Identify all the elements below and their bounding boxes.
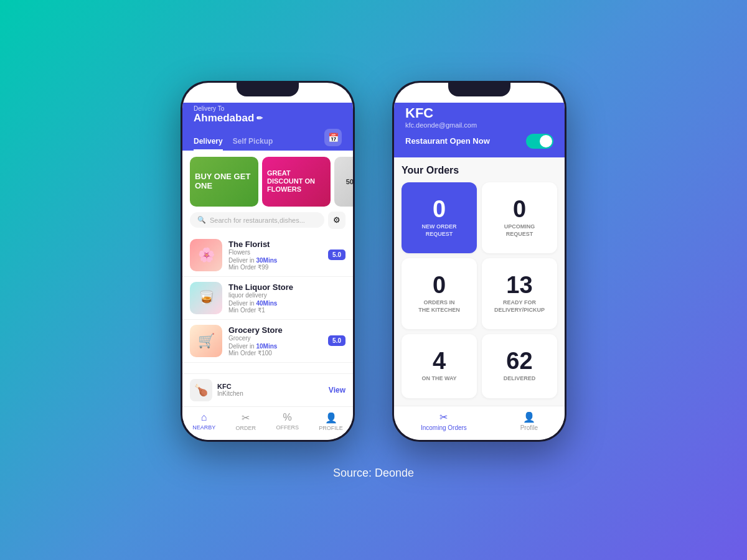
restaurant-item-grocery[interactable]: 🛒 Grocery Store Grocery Deliver in 10Min… xyxy=(182,320,353,363)
order-card-ready[interactable]: 13 READY FORDELIVERY/PICKUP xyxy=(482,258,557,329)
grocery-min: Min Order ₹100 xyxy=(228,350,322,357)
notch-1 xyxy=(237,83,299,96)
status-icons-2: ▾▾ ●●● xyxy=(521,91,553,98)
grocery-rating: 5.0 xyxy=(328,335,345,346)
kfc-name: KFC xyxy=(405,105,553,121)
florist-deliver: Deliver in 30Mins xyxy=(228,257,322,264)
notif-icon: 🍗 xyxy=(190,379,212,401)
liquor-thumb: 🥃 xyxy=(190,282,222,314)
banners-section: BUY ONE GET ONE GREAT DISCOUNT ON FLOWER… xyxy=(182,151,353,207)
order-card-kitchen[interactable]: 0 ORDERS INTHE KITECHEN xyxy=(402,258,477,329)
liquor-min: Min Order ₹1 xyxy=(228,307,345,314)
view-button[interactable]: View xyxy=(329,386,345,394)
delivered-value: 62 xyxy=(506,349,532,373)
open-toggle[interactable] xyxy=(526,134,553,149)
restaurant-list: 🌸 The Florist Flowers Deliver in 30Mins … xyxy=(182,234,353,373)
banner-bogo[interactable]: BUY ONE GET ONE xyxy=(190,157,258,207)
search-row: 🔍 Search for restaurants,dishes... ⚙ xyxy=(182,207,353,234)
restaurant-item-florist[interactable]: 🌸 The Florist Flowers Deliver in 30Mins … xyxy=(182,234,353,277)
customer-bottom-nav: ⌂ NEARBY ✂ ORDER % OFFERS 👤 PROFILE xyxy=(182,406,353,440)
edit-icon[interactable]: ✏ xyxy=(256,114,263,123)
restaurant-item-liquor[interactable]: 🥃 The Liquor Store liquor delivery Deliv… xyxy=(182,277,353,320)
customer-header: Delivery To Ahmedabad ✏ 📅 xyxy=(182,103,353,132)
phone-customer: 5:58 ▾▾ ●●● Delivery To Ahmedabad ✏ 📅 xyxy=(181,81,355,442)
nav-nearby[interactable]: ⌂ NEARBY xyxy=(192,412,215,431)
ready-label: READY FORDELIVERY/PICKUP xyxy=(494,299,545,314)
liquor-info: The Liquor Store liquor delivery Deliver… xyxy=(228,282,345,314)
kitchen-value: 0 xyxy=(433,273,446,297)
florist-thumb: 🌸 xyxy=(190,239,222,271)
bottom-notification[interactable]: 🍗 KFC InKitchen View xyxy=(182,373,353,406)
wifi-icon-2: ▾▾ xyxy=(521,91,527,98)
grocery-name: Grocery Store xyxy=(228,325,322,335)
time-1: 5:58 xyxy=(194,91,207,98)
kfc-nav-profile[interactable]: 👤 Profile xyxy=(520,411,538,431)
order-card-new[interactable]: 0 NEW ORDERREQUEST xyxy=(402,182,477,253)
banner-flowers[interactable]: GREAT DISCOUNT ON FLOWERS xyxy=(262,157,331,207)
kitchen-label: ORDERS INTHE KITECHEN xyxy=(418,299,460,314)
tab-delivery[interactable]: Delivery xyxy=(194,137,223,151)
onway-value: 4 xyxy=(433,349,446,373)
order-card-delivered[interactable]: 62 DELIVERED xyxy=(482,334,557,398)
florist-name: The Florist xyxy=(228,240,322,249)
kfc-email: kfc.deonde@gmail.com xyxy=(405,121,553,129)
order-card-onway[interactable]: 4 ON THE WAY xyxy=(402,334,477,398)
florist-info: The Florist Flowers Deliver in 30Mins Mi… xyxy=(228,240,322,271)
notch-2 xyxy=(448,83,510,96)
grocery-category: Grocery xyxy=(228,335,322,342)
kfc-profile-icon: 👤 xyxy=(523,411,535,423)
open-label: Restaurant Open Now xyxy=(405,136,490,146)
signal-icon-2: ●●● xyxy=(530,91,540,98)
liquor-deliver: Deliver in 40Mins xyxy=(228,300,345,307)
search-bar[interactable]: 🔍 Search for restaurants,dishes... xyxy=(190,212,324,228)
new-order-label: NEW ORDERREQUEST xyxy=(422,223,457,238)
delivery-city: Ahmedabad ✏ xyxy=(194,112,342,124)
filter-button[interactable]: ⚙ xyxy=(328,212,345,229)
new-order-value: 0 xyxy=(433,197,446,221)
liquor-category: liquor delivery xyxy=(228,292,345,299)
offers-icon: % xyxy=(283,412,292,423)
liquor-name: The Liquor Store xyxy=(228,282,345,292)
battery-icon-2 xyxy=(542,91,553,97)
battery-icon xyxy=(331,91,342,97)
calendar-button[interactable]: 📅 xyxy=(324,129,342,146)
nav-profile[interactable]: 👤 PROFILE xyxy=(319,412,343,431)
upcoming-value: 0 xyxy=(513,197,526,221)
phone-kfc: 6:03 ▾▾ ●●● KFC kfc.deonde@gmail.com Res… xyxy=(392,81,566,442)
time-2: 6:03 xyxy=(405,91,419,98)
order-card-upcoming[interactable]: 0 UPCOMINGREQUEST xyxy=(482,182,557,253)
notif-text: KFC InKitchen xyxy=(217,383,324,397)
nearby-icon: ⌂ xyxy=(201,412,207,423)
signal-icon: ●●● xyxy=(318,91,328,98)
kfc-header: KFC kfc.deonde@gmail.com Restaurant Open… xyxy=(394,103,565,157)
florist-rating: 5.0 xyxy=(328,250,345,260)
florist-min: Min Order ₹99 xyxy=(228,264,322,271)
orders-title: Your Orders xyxy=(402,165,557,176)
grocery-info: Grocery Store Grocery Deliver in 10Mins … xyxy=(228,325,322,357)
source-text: Source: Deonde xyxy=(333,467,414,480)
wifi-icon: ▾▾ xyxy=(309,91,316,98)
nav-order[interactable]: ✂ ORDER xyxy=(236,412,256,431)
grocery-thumb: 🛒 xyxy=(190,325,222,357)
status-icons-1: ▾▾ ●●● xyxy=(309,91,342,98)
search-placeholder: Search for restaurants,dishes... xyxy=(210,217,305,224)
florist-category: Flowers xyxy=(228,249,322,256)
nav-offers[interactable]: % OFFERS xyxy=(276,412,299,431)
tab-self-pickup[interactable]: Self Pickup xyxy=(233,137,273,151)
grocery-deliver: Deliver in 10Mins xyxy=(228,343,322,350)
profile-icon: 👤 xyxy=(325,412,337,424)
ready-value: 13 xyxy=(506,273,532,297)
open-status-row: Restaurant Open Now xyxy=(405,134,553,149)
banner-kfc[interactable]: 50% OFF KFC xyxy=(334,157,353,207)
orders-section: Your Orders 0 NEW ORDERREQUEST 0 UPCOMIN… xyxy=(394,157,565,406)
search-icon: 🔍 xyxy=(197,216,206,224)
kfc-bottom-nav: ✂ Incoming Orders 👤 Profile xyxy=(394,406,565,440)
delivery-label: Delivery To xyxy=(194,105,342,112)
order-icon: ✂ xyxy=(242,412,250,424)
upcoming-label: UPCOMINGREQUEST xyxy=(504,223,535,238)
onway-label: ON THE WAY xyxy=(421,375,456,383)
incoming-icon: ✂ xyxy=(439,411,448,423)
toggle-knob xyxy=(540,135,552,147)
kfc-nav-incoming[interactable]: ✂ Incoming Orders xyxy=(421,411,467,431)
orders-grid: 0 NEW ORDERREQUEST 0 UPCOMINGREQUEST 0 O… xyxy=(402,182,557,398)
